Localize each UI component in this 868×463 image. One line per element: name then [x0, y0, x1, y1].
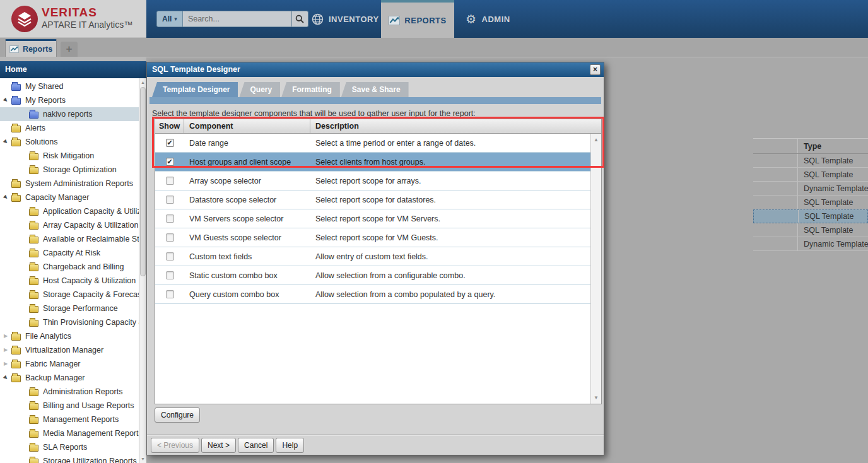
show-cell [155, 290, 184, 298]
search-input[interactable] [183, 11, 291, 27]
component-table-body: Date rangeSelect a time period or enter … [155, 134, 590, 404]
sidebar-item-my-reports[interactable]: ▶My Reports [0, 93, 139, 107]
component-cell: Datastore scope selector [184, 196, 310, 204]
collapse-arrow-icon[interactable]: ▶ [4, 138, 11, 146]
template-row[interactable]: Dynamic Template [753, 237, 868, 251]
sidebar-item-nakivo-reports[interactable]: nakivo reports [0, 107, 139, 121]
sidebar-item-storage-capacity-forecast[interactable]: Storage Capacity & Forecast [0, 288, 139, 302]
show-checkbox[interactable] [166, 271, 174, 279]
add-tab-button[interactable]: + [61, 42, 78, 57]
previous-button[interactable]: < Previous [151, 438, 199, 453]
show-checkbox[interactable] [166, 252, 174, 261]
sidebar-item-capacity-at-risk[interactable]: Capacity At Risk [0, 246, 139, 260]
component-row-vm-guests-scope-selector[interactable]: VM Guests scope selectorSelect report sc… [155, 228, 590, 247]
scroll-down-icon[interactable]: ▼ [591, 395, 601, 401]
sidebar-item-virtualization-manager[interactable]: ▶Virtualization Manager [0, 343, 139, 357]
show-checkbox[interactable] [166, 139, 174, 147]
sidebar-item-backup-manager[interactable]: ▶Backup Manager [0, 371, 139, 385]
type-column-header[interactable]: Type [797, 139, 868, 153]
sidebar-item-management-reports[interactable]: Management Reports [0, 413, 139, 426]
nav-reports[interactable]: REPORTS [381, 0, 454, 38]
sidebar-item-sla-reports[interactable]: SLA Reports [0, 440, 139, 454]
sidebar-item-my-shared[interactable]: My Shared [0, 79, 139, 93]
sidebar-item-application-capacity-utilization[interactable]: Application Capacity & Utilization [0, 204, 139, 218]
sidebar-item-capacity-manager[interactable]: ▶Capacity Manager [0, 190, 139, 204]
sidebar-item-thin-provisioning-capacity-utiliz[interactable]: Thin Provisioning Capacity & Utiliz [0, 315, 139, 329]
expand-arrow-icon[interactable]: ▶ [4, 332, 11, 340]
show-cell [155, 158, 184, 166]
sidebar-item-file-analytics[interactable]: ▶File Analytics [0, 329, 139, 343]
component-row-host-groups-and-client-scope[interactable]: Host groups and client scopeSelect clien… [155, 153, 590, 172]
dialog-tab-save-share[interactable]: Save & Share [341, 82, 409, 97]
template-row[interactable]: SQL Template [753, 209, 868, 223]
component-row-static-custom-combo-box[interactable]: Static custom combo boxAllow selection f… [155, 266, 590, 285]
search-filter-dropdown[interactable]: All ▾ [156, 11, 183, 27]
template-row[interactable]: Dynamic Template [753, 182, 868, 196]
sidebar-item-solutions[interactable]: ▶Solutions [0, 135, 139, 149]
component-row-custom-text-fields[interactable]: Custom text fieldsAllow entry of custom … [155, 247, 590, 266]
type-cell: SQL Template [797, 168, 868, 181]
component-cell: Host groups and client scope [184, 158, 310, 167]
folder-icon [29, 278, 38, 285]
show-checkbox[interactable] [166, 158, 174, 166]
sidebar-item-storage-performance[interactable]: Storage Performance [0, 302, 139, 315]
dialog-tab-formatting[interactable]: Formatting [281, 82, 340, 97]
show-checkbox[interactable] [166, 233, 174, 242]
table-scrollbar[interactable]: ▲ ▼ [590, 134, 601, 404]
scroll-down-icon[interactable]: ▼ [139, 457, 146, 461]
scrollbar-thumb[interactable] [140, 87, 146, 276]
next-button[interactable]: Next > [201, 438, 236, 453]
sidebar-item-billing-and-usage-reports[interactable]: Billing and Usage Reports [0, 399, 139, 413]
component-cell: VM Servers scope selector [184, 214, 310, 223]
search-button[interactable] [291, 11, 308, 27]
sidebar-item-storage-utilization-reports[interactable]: Storage Utilization Reports [0, 454, 139, 463]
template-row[interactable]: SQL Template [753, 168, 868, 182]
cancel-button[interactable]: Cancel [238, 438, 274, 453]
expand-arrow-icon[interactable]: ▶ [4, 346, 11, 354]
component-row-query-custom-combo-box[interactable]: Query custom combo boxAllow selection fr… [155, 285, 590, 304]
show-checkbox[interactable] [166, 214, 174, 223]
folder-icon [11, 334, 21, 341]
tab-reports[interactable]: Reports [5, 39, 57, 57]
show-checkbox[interactable] [166, 177, 174, 185]
sidebar-item-storage-optimization[interactable]: Storage Optimization [0, 163, 139, 177]
sidebar-item-chargeback-and-billing[interactable]: Chargeback and Billing [0, 260, 139, 274]
sidebar-item-host-capacity-utilization[interactable]: Host Capacity & Utilization [0, 274, 139, 288]
sidebar-item-alerts[interactable]: Alerts [0, 121, 139, 135]
collapse-arrow-icon[interactable]: ▶ [4, 194, 11, 201]
close-icon[interactable]: × [590, 64, 601, 75]
scroll-up-icon[interactable]: ▲ [591, 137, 601, 143]
template-row[interactable]: SQL Template [753, 196, 868, 209]
templates-table-rows: SQL TemplateSQL TemplateDynamic Template… [753, 154, 868, 251]
component-row-array-scope-selector[interactable]: Array scope selectorSelect report scope … [155, 172, 590, 190]
sidebar-item-media-management-reports[interactable]: Media Management Reports [0, 426, 139, 440]
component-row-datastore-scope-selector[interactable]: Datastore scope selectorSelect report sc… [155, 190, 590, 209]
expand-arrow-icon[interactable]: ▶ [4, 360, 11, 368]
sidebar-item-array-capacity-utilization[interactable]: Array Capacity & Utilization [0, 218, 139, 232]
sidebar-item-fabric-manager[interactable]: ▶Fabric Manager [0, 357, 139, 371]
sidebar-item-system-administration-reports[interactable]: System Administration Reports [0, 177, 139, 190]
sidebar-item-label: nakivo reports [43, 110, 93, 119]
template-row[interactable]: SQL Template [753, 154, 868, 168]
sidebar-scrollbar[interactable]: ▲ ▼ [139, 78, 146, 463]
component-row-vm-servers-scope-selector[interactable]: VM Servers scope selectorSelect report s… [155, 209, 590, 228]
dialog-tab-template-designer[interactable]: Template Designer [152, 82, 238, 97]
sidebar-item-available-or-reclaimable-storage[interactable]: Available or Reclaimable Storage [0, 232, 139, 246]
sidebar-item-label: Thin Provisioning Capacity & Utiliz [43, 318, 139, 327]
dialog-tab-query[interactable]: Query [239, 82, 280, 97]
sidebar-item-label: Risk Mitigation [43, 151, 94, 160]
configure-button[interactable]: Configure [155, 407, 200, 423]
nav-inventory[interactable]: INVENTORY [312, 0, 379, 38]
collapse-arrow-icon[interactable]: ▶ [4, 97, 11, 104]
template-row[interactable]: SQL Template [753, 223, 868, 237]
show-checkbox[interactable] [166, 196, 174, 204]
collapse-arrow-icon[interactable]: ▶ [4, 374, 11, 382]
scroll-up-icon[interactable]: ▲ [139, 80, 146, 85]
sidebar-item-risk-mitigation[interactable]: Risk Mitigation [0, 149, 139, 163]
sidebar-item-administration-reports[interactable]: Administration Reports [0, 385, 139, 399]
component-row-date-range[interactable]: Date rangeSelect a time period or enter … [155, 134, 590, 153]
dialog-titlebar[interactable]: SQL Template Designer × [147, 62, 604, 77]
show-checkbox[interactable] [166, 290, 174, 298]
help-button[interactable]: Help [276, 438, 304, 453]
nav-admin[interactable]: ⚙ ADMIN [466, 0, 510, 38]
